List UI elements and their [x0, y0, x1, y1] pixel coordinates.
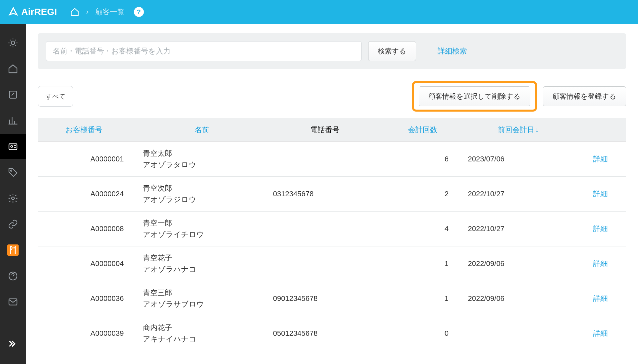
sidebar-expand[interactable]: [0, 331, 26, 356]
cell-count: 1: [383, 281, 462, 316]
sidebar-item-weather[interactable]: [0, 31, 26, 55]
cell-phone: [267, 142, 383, 177]
help-icon[interactable]: ?: [134, 7, 144, 17]
sidebar-item-mail[interactable]: [0, 290, 26, 314]
filter-all-button[interactable]: すべて: [38, 86, 73, 107]
sidebar-item-tag[interactable]: [0, 160, 26, 185]
home-icon[interactable]: [70, 7, 79, 17]
cell-customer-no: A0000039: [38, 316, 137, 351]
table-row: A0000001青空太郎アオゾラタロウ62023/07/06詳細: [38, 142, 626, 177]
svg-point-3: [11, 145, 12, 147]
detail-link[interactable]: 詳細: [593, 155, 608, 163]
cell-last-date: 2022/10/27: [462, 177, 575, 212]
breadcrumb: › 顧客一覧 ?: [70, 7, 144, 17]
app-name: AirREGI: [21, 7, 57, 17]
detail-link[interactable]: 詳細: [593, 329, 608, 337]
cell-customer-no: A0000024: [38, 177, 137, 212]
cell-customer-no: A0000008: [38, 212, 137, 246]
cell-phone: 0312345678: [267, 177, 383, 212]
cell-name: 青空太郎アオゾラタロウ: [137, 142, 267, 177]
cell-phone: 05012345678: [267, 316, 383, 351]
cell-customer-no: A0000001: [38, 142, 137, 177]
th-phone: 電話番号: [267, 118, 383, 142]
app-logo: AirREGI: [8, 7, 57, 17]
main-content: 検索する 詳細検索 すべて 顧客情報を選択して削除する 顧客情報を登録する お客…: [26, 24, 638, 364]
svg-point-0: [11, 41, 15, 45]
advanced-search-link[interactable]: 詳細検索: [438, 46, 467, 56]
sidebar-item-help[interactable]: [0, 264, 26, 288]
cell-detail: 詳細: [575, 212, 626, 246]
cell-last-date: 2023/07/06: [462, 142, 575, 177]
cell-last-date: [462, 316, 575, 351]
cell-last-date: 2022/10/27: [462, 212, 575, 246]
cell-phone: [267, 246, 383, 281]
table-row: A0000008青空一郎アオゾライチロウ42022/10/27詳細: [38, 212, 626, 246]
search-bar: 検索する 詳細検索: [38, 33, 626, 69]
register-customer-button[interactable]: 顧客情報を登録する: [543, 86, 626, 106]
th-count[interactable]: 会計回数: [383, 118, 462, 142]
sidebar-item-home[interactable]: [0, 56, 26, 81]
sidebar-item-edit[interactable]: [0, 82, 26, 107]
sidebar: [0, 24, 26, 364]
table-row: A0000036青空三郎アオゾラサブロウ0901234567812022/09/…: [38, 281, 626, 316]
search-button[interactable]: 検索する: [368, 41, 416, 61]
customers-table: お客様番号 名前 電話番号 会計回数 前回会計日↓ A0000001青空太郎アオ…: [38, 118, 626, 351]
th-name[interactable]: 名前: [137, 118, 267, 142]
svg-point-4: [11, 170, 12, 171]
th-last-date[interactable]: 前回会計日↓: [462, 118, 575, 142]
sidebar-item-link[interactable]: [0, 212, 26, 236]
table-row: A0000024青空次郎アオゾラジロウ031234567822022/10/27…: [38, 177, 626, 212]
cell-name: 商内花子アキナイハナコ: [137, 316, 267, 351]
cell-count: 2: [383, 177, 462, 212]
table-row: A0000004青空花子アオゾラハナコ12022/09/06詳細: [38, 246, 626, 281]
cell-count: 4: [383, 212, 462, 246]
app-header: AirREGI › 顧客一覧 ?: [0, 0, 638, 24]
cell-customer-no: A0000036: [38, 281, 137, 316]
cell-detail: 詳細: [575, 246, 626, 281]
detail-link[interactable]: 詳細: [593, 190, 608, 198]
breadcrumb-current: 顧客一覧: [95, 7, 125, 17]
cell-detail: 詳細: [575, 316, 626, 351]
th-detail: [575, 118, 626, 142]
svg-point-5: [12, 197, 14, 200]
cell-phone: [267, 212, 383, 246]
th-customer-no[interactable]: お客様番号: [38, 118, 137, 142]
cell-detail: 詳細: [575, 177, 626, 212]
sidebar-item-customers[interactable]: [0, 134, 26, 159]
cell-detail: 詳細: [575, 142, 626, 177]
cell-last-date: 2022/09/06: [462, 281, 575, 316]
sidebar-item-restaurant[interactable]: [0, 238, 26, 262]
toolbar: すべて 顧客情報を選択して削除する 顧客情報を登録する: [38, 81, 626, 112]
detail-link[interactable]: 詳細: [593, 294, 608, 303]
chevron-right-icon: ›: [86, 8, 88, 16]
cell-count: 0: [383, 316, 462, 351]
search-input[interactable]: [46, 41, 362, 61]
cell-name: 青空三郎アオゾラサブロウ: [137, 281, 267, 316]
divider: [427, 42, 427, 60]
delete-selected-button[interactable]: 顧客情報を選択して削除する: [419, 86, 530, 106]
cell-detail: 詳細: [575, 281, 626, 316]
cell-last-date: 2022/09/06: [462, 246, 575, 281]
detail-link[interactable]: 詳細: [593, 259, 608, 268]
cell-name: 青空一郎アオゾライチロウ: [137, 212, 267, 246]
cell-name: 青空花子アオゾラハナコ: [137, 246, 267, 281]
sort-desc-icon: ↓: [535, 126, 539, 134]
cell-name: 青空次郎アオゾラジロウ: [137, 177, 267, 212]
table-row: A0000039商内花子アキナイハナコ050123456780詳細: [38, 316, 626, 351]
cell-count: 6: [383, 142, 462, 177]
highlight-box: 顧客情報を選択して削除する: [412, 81, 537, 112]
sidebar-item-chart[interactable]: [0, 108, 26, 133]
sidebar-item-settings[interactable]: [0, 186, 26, 211]
cell-phone: 09012345678: [267, 281, 383, 316]
cell-customer-no: A0000004: [38, 246, 137, 281]
cell-count: 1: [383, 246, 462, 281]
logo-icon: [8, 7, 19, 17]
detail-link[interactable]: 詳細: [593, 225, 608, 233]
svg-rect-2: [9, 144, 17, 149]
